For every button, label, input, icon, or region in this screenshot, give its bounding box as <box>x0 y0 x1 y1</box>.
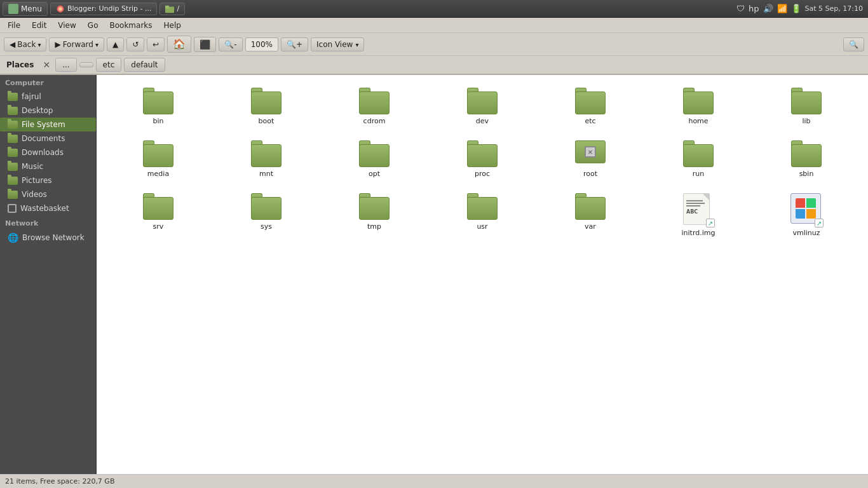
sidebar-item-filesystem[interactable]: File System <box>0 118 96 132</box>
back-button[interactable]: Back <box>4 37 46 51</box>
folder-icon-media <box>143 140 173 167</box>
file-item-home[interactable]: home <box>647 85 750 128</box>
file-label-lib: lib <box>802 117 810 125</box>
reload-button[interactable]: ↺ <box>126 37 144 51</box>
file-item-media[interactable]: media <box>107 138 210 180</box>
breadcrumb-btn-default[interactable]: default <box>124 58 165 72</box>
file-label-sbin: sbin <box>799 170 814 178</box>
file-item-bin[interactable]: bin <box>107 85 210 128</box>
menu-label: Menu <box>21 4 42 13</box>
search-icon: 🔍 <box>849 40 858 49</box>
folder-icon-proc <box>467 140 498 167</box>
file-item-boot[interactable]: boot <box>215 85 318 128</box>
reload-icon: ↺ <box>132 40 139 49</box>
battery-icon: 🔋 <box>791 4 801 13</box>
file-item-opt[interactable]: opt <box>323 138 426 180</box>
up-button[interactable] <box>107 37 124 51</box>
screen-button[interactable]: ⬛ <box>194 37 216 52</box>
file-item-dev[interactable]: dev <box>431 85 534 128</box>
menu-view[interactable]: View <box>53 20 81 31</box>
forward-arrow-icon <box>55 40 60 49</box>
file-label-sys: sys <box>261 222 272 231</box>
sidebar-item-pictures[interactable]: Pictures <box>0 173 96 187</box>
forward-button[interactable]: Forward <box>49 37 104 51</box>
menu-bookmarks[interactable]: Bookmarks <box>104 20 157 31</box>
file-item-var[interactable]: var <box>539 191 642 240</box>
breadcrumb-btn-root[interactable] <box>79 62 93 67</box>
undo-button[interactable]: ↩ <box>147 37 165 51</box>
sidebar-section-network: Network <box>0 215 96 230</box>
folder-icon-documents <box>8 135 18 143</box>
breadcrumb-btn-etc[interactable]: etc <box>96 58 122 72</box>
file-item-vmlinuz[interactable]: ↗ vmlinuz <box>755 191 858 240</box>
file-label-opt: opt <box>369 170 380 178</box>
signal-icon: 📶 <box>777 4 787 13</box>
file-grid: bin boot cdrom <box>107 85 858 240</box>
sidebar-item-music[interactable]: Music <box>0 159 96 173</box>
zoom-out-icon: 🔍- <box>224 40 236 49</box>
sidebar-item-fajrul[interactable]: fajrul <box>0 90 96 104</box>
file-label-proc: proc <box>475 170 490 178</box>
file-item-sys[interactable]: sys <box>215 191 318 240</box>
menu-help[interactable]: Help <box>159 20 186 31</box>
folder-icon-etc <box>575 88 606 114</box>
file-item-cdrom[interactable]: cdrom <box>323 85 426 128</box>
up-arrow-icon <box>112 40 118 49</box>
file-item-etc[interactable]: etc <box>539 85 642 128</box>
view-mode-select[interactable]: Icon View <box>311 37 364 51</box>
home-button[interactable]: 🏠 <box>167 36 191 53</box>
folder-icon-var <box>575 193 606 220</box>
menubar: File Edit View Go Bookmarks Help <box>0 18 868 33</box>
taskbar-window-files[interactable]: / <box>159 3 185 15</box>
folder-icon-bin <box>143 88 173 114</box>
places-close-button[interactable]: ✕ <box>40 60 53 70</box>
sidebar-item-browse-network[interactable]: 🌐 Browse Network <box>0 230 96 245</box>
sidebar-item-desktop[interactable]: Desktop <box>0 104 96 118</box>
sidebar-item-videos-label: Videos <box>22 190 47 199</box>
sidebar-item-downloads[interactable]: Downloads <box>0 146 96 159</box>
svg-point-1 <box>58 7 62 10</box>
sidebar-item-wastebasket-label: Wastebasket <box>20 204 69 213</box>
firefox-window-title: Blogger: Undip Strip - ... <box>67 4 151 13</box>
menu-go[interactable]: Go <box>83 20 104 31</box>
folder-icon-cdrom <box>359 88 390 114</box>
folder-icon-filesystem <box>8 121 18 129</box>
menu-button[interactable]: Menu <box>3 2 48 16</box>
folder-icon-fajrul <box>8 93 18 101</box>
file-label-boot: boot <box>259 117 275 125</box>
folder-icon-desktop <box>8 107 18 115</box>
folder-icon-dev <box>467 88 498 114</box>
file-item-lib[interactable]: lib <box>755 85 858 128</box>
hp-icon: hp <box>749 4 759 13</box>
file-label-dev: dev <box>476 117 489 125</box>
forward-label: Forward <box>63 40 93 49</box>
folder-icon-tmp <box>359 193 390 220</box>
sidebar-item-videos[interactable]: Videos <box>0 187 96 201</box>
datetime: Sat 5 Sep, 17:10 <box>805 4 863 13</box>
folder-icon-pictures <box>8 177 18 185</box>
file-item-initrd[interactable]: ABC ↗ initrd.img <box>647 191 750 240</box>
menu-file[interactable]: File <box>3 20 25 31</box>
file-item-proc[interactable]: proc <box>431 138 534 180</box>
file-label-bin: bin <box>153 117 163 125</box>
folder-taskbar-icon <box>165 4 174 13</box>
file-item-root[interactable]: ✕ root <box>539 138 642 180</box>
zoom-in-button[interactable]: 🔍+ <box>281 37 308 51</box>
vmlinuz-icon: ↗ <box>790 193 822 226</box>
taskbar-window-firefox[interactable]: Blogger: Undip Strip - ... <box>50 3 157 15</box>
menu-edit[interactable]: Edit <box>27 20 51 31</box>
search-button[interactable]: 🔍 <box>843 37 864 51</box>
file-item-sbin[interactable]: sbin <box>755 138 858 180</box>
file-item-srv[interactable]: srv <box>107 191 210 240</box>
folder-icon-sbin <box>791 140 822 167</box>
sidebar-item-wastebasket[interactable]: Wastebasket <box>0 201 96 215</box>
file-item-run[interactable]: run <box>647 138 750 180</box>
file-item-mnt[interactable]: mnt <box>215 138 318 180</box>
file-item-usr[interactable]: usr <box>431 191 534 240</box>
breadcrumb-btn-dots[interactable]: ... <box>55 58 76 72</box>
sidebar-item-browse-network-label: Browse Network <box>22 233 85 242</box>
taskbar-left: Menu Blogger: Undip Strip - ... / <box>3 2 736 16</box>
file-item-tmp[interactable]: tmp <box>323 191 426 240</box>
zoom-out-button[interactable]: 🔍- <box>219 37 242 51</box>
sidebar-item-documents[interactable]: Documents <box>0 132 96 146</box>
